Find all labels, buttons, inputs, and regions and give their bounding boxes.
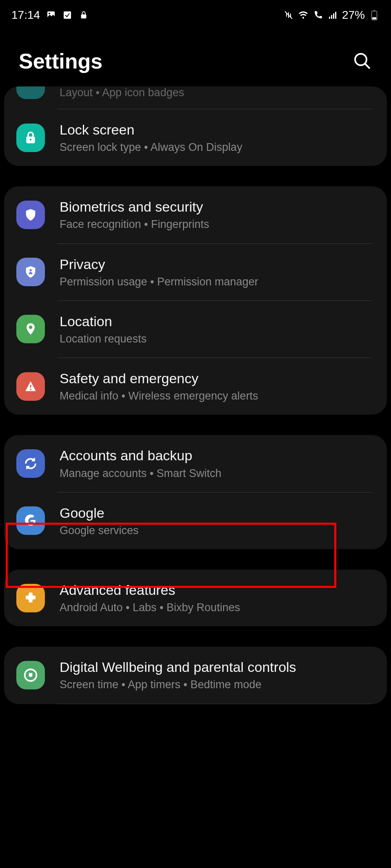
settings-item-advanced[interactable]: Advanced features Android Auto • Labs • … [4, 570, 387, 626]
svg-point-11 [355, 54, 367, 65]
svg-rect-6 [333, 13, 334, 19]
settings-item-subtitle: Google services [60, 523, 375, 538]
location-icon [16, 315, 45, 343]
settings-item-subtitle: Screen lock type • Always On Display [60, 140, 375, 155]
settings-item-title: Google [60, 504, 375, 522]
settings-content: Layout • App icon badges Lock screen Scr… [0, 86, 391, 704]
settings-item-google[interactable]: Google Google services [4, 493, 387, 549]
settings-item-subtitle: Location requests [60, 332, 375, 346]
settings-item-accounts-backup[interactable]: Accounts and backup Manage accounts • Sm… [4, 435, 387, 492]
page-title: Settings [19, 49, 102, 73]
shield-icon [16, 201, 45, 229]
svg-rect-7 [335, 12, 336, 19]
settings-group: Digital Wellbeing and parental controls … [4, 647, 387, 704]
sync-icon [16, 449, 45, 478]
image-icon [46, 10, 56, 20]
settings-group: Accounts and backup Manage accounts • Sm… [4, 435, 387, 549]
settings-item-subtitle: Medical info • Wireless emergency alerts [60, 389, 375, 403]
status-bar-right: 27% [283, 9, 380, 22]
svg-point-14 [30, 139, 32, 141]
settings-item-title: Safety and emergency [60, 369, 375, 387]
svg-point-15 [29, 269, 32, 272]
privacy-icon [16, 258, 45, 286]
settings-item-title: Biometrics and security [60, 198, 375, 216]
svg-rect-9 [373, 10, 375, 11]
google-icon [16, 506, 45, 535]
status-time: 17:14 [11, 9, 40, 22]
home-icon [16, 86, 45, 99]
settings-item-subtitle: Android Auto • Labs • Bixby Routines [60, 601, 375, 615]
settings-item-safety[interactable]: Safety and emergency Medical info • Wire… [4, 358, 387, 415]
settings-group: Advanced features Android Auto • Labs • … [4, 570, 387, 626]
vibrate-icon [283, 10, 294, 20]
emergency-icon [16, 372, 45, 401]
phone-icon [313, 10, 323, 20]
svg-point-18 [30, 389, 31, 390]
settings-item-title: Accounts and backup [60, 446, 375, 464]
wifi-icon [298, 10, 309, 20]
svg-line-12 [365, 64, 370, 68]
settings-item-home-screen[interactable]: Layout • App icon badges [4, 86, 387, 109]
puzzle-icon [16, 584, 45, 612]
battery-icon [369, 10, 380, 20]
lock-status-icon [78, 10, 89, 20]
settings-item-subtitle: Face recognition • Fingerprints [60, 217, 375, 232]
settings-item-title: Digital Wellbeing and parental controls [60, 658, 375, 676]
settings-item-biometrics[interactable]: Biometrics and security Face recognition… [4, 186, 387, 243]
settings-group: Biometrics and security Face recognition… [4, 186, 387, 415]
settings-item-location[interactable]: Location Location requests [4, 301, 387, 358]
svg-rect-5 [331, 15, 332, 19]
divider [57, 704, 372, 704]
checkbox-icon [62, 10, 73, 20]
settings-item-title: Advanced features [60, 581, 375, 599]
settings-item-privacy[interactable]: Privacy Permission usage • Permission ma… [4, 244, 387, 300]
settings-item-title: Privacy [60, 255, 375, 273]
svg-rect-4 [329, 17, 330, 19]
status-bar: 17:14 27% [0, 0, 391, 29]
svg-rect-3 [81, 14, 87, 18]
wellbeing-icon [16, 661, 45, 689]
settings-item-subtitle: Manage accounts • Smart Switch [60, 466, 375, 481]
svg-point-16 [29, 326, 33, 329]
settings-item-title: Lock screen [60, 121, 375, 139]
lock-icon [16, 124, 45, 152]
battery-percent: 27% [342, 9, 365, 22]
settings-item-digital-wellbeing[interactable]: Digital Wellbeing and parental controls … [4, 647, 387, 703]
status-bar-left: 17:14 [11, 9, 89, 22]
settings-item-title: Location [60, 312, 375, 330]
svg-rect-17 [30, 385, 31, 388]
search-button[interactable] [353, 51, 372, 71]
settings-item-subtitle: Layout • App icon badges [60, 86, 375, 99]
svg-point-1 [49, 13, 50, 14]
signal-icon [327, 10, 338, 20]
settings-item-subtitle: Screen time • App timers • Bedtime mode [60, 678, 375, 692]
svg-rect-2 [64, 11, 71, 19]
settings-group: Layout • App icon badges Lock screen Scr… [4, 86, 387, 166]
settings-item-subtitle: Permission usage • Permission manager [60, 275, 375, 289]
settings-item-lock-screen[interactable]: Lock screen Screen lock type • Always On… [4, 109, 387, 166]
svg-rect-10 [372, 17, 376, 19]
header: Settings [0, 29, 391, 88]
